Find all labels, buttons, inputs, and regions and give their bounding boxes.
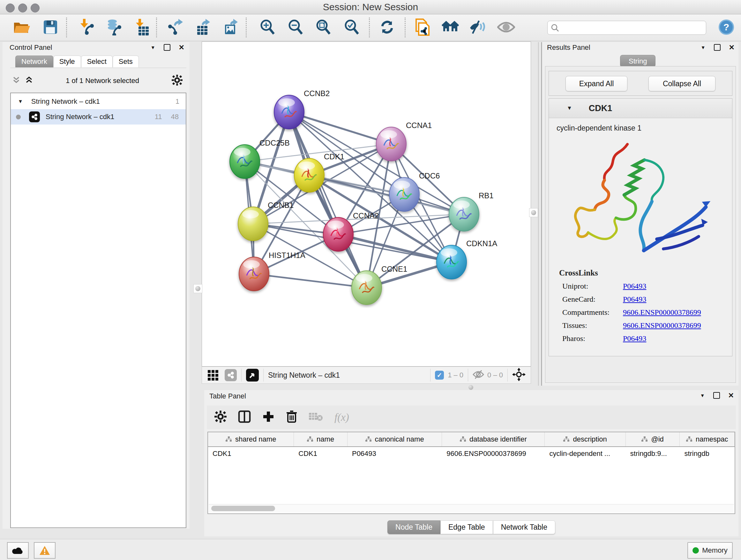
export-image-icon[interactable] [224, 19, 239, 37]
network-edge[interactable] [254, 274, 367, 288]
control-panel-float-icon[interactable] [164, 44, 171, 51]
results-panel-collapse-icon[interactable]: ▼ [701, 45, 705, 50]
network-options-gear-icon[interactable] [172, 75, 183, 87]
create-column-plus-icon[interactable] [262, 411, 274, 424]
tab-network-table[interactable]: Network Table [493, 520, 555, 534]
window-zoom-button[interactable] [30, 3, 40, 12]
hide-graphics-details-icon[interactable] [469, 19, 486, 36]
divider-handle-left[interactable] [193, 284, 202, 293]
string-view-icon[interactable] [225, 369, 237, 381]
export-table-icon[interactable] [196, 19, 211, 37]
control-panel-close-icon[interactable]: ✕ [179, 45, 185, 50]
show-columns-icon[interactable] [238, 410, 251, 424]
column-header-canonical-name[interactable]: canonical name [347, 432, 442, 446]
tree-expand-icon[interactable]: ▼ [18, 99, 23, 105]
table-cell[interactable]: stringdb [680, 447, 735, 460]
network-edge[interactable] [289, 112, 367, 288]
crosslink-link[interactable]: P06493 [623, 295, 646, 304]
export-network-icon[interactable] [167, 19, 183, 37]
refresh-icon[interactable] [380, 20, 394, 36]
window-close-button[interactable] [6, 3, 15, 12]
network-node-cdk1[interactable]: CDK1 [294, 152, 344, 192]
grid-view-icon[interactable] [208, 370, 218, 381]
birds-eye-view-icon[interactable] [246, 369, 259, 381]
network-node-cdkn1a[interactable]: CDKN1A [436, 239, 497, 279]
table-cell[interactable]: CDK1 [294, 447, 347, 460]
divider-handle-right[interactable] [529, 208, 538, 217]
table-row[interactable]: CDK1CDK1P064939606.ENSP00000378699cyclin… [208, 447, 735, 460]
gene-collapse-icon[interactable]: ▼ [567, 105, 572, 111]
zoom-in-icon[interactable] [260, 19, 275, 37]
column-header-description[interactable]: description [545, 432, 625, 446]
table-panel-close-icon[interactable]: ✕ [728, 393, 734, 398]
window-minimize-button[interactable] [18, 3, 27, 12]
import-network-icon[interactable] [79, 19, 94, 37]
gene-entry-header[interactable]: ▼ CDK1 [549, 99, 732, 118]
tab-network[interactable]: Network [15, 56, 53, 67]
divider-handle-horizontal[interactable] [468, 385, 473, 390]
network-node-ccne1[interactable]: CCNE1 [352, 265, 407, 305]
table-cell[interactable]: CDK1 [208, 447, 294, 460]
column-header--id[interactable]: @id [626, 432, 680, 446]
import-database-icon[interactable] [105, 19, 121, 37]
search-field[interactable] [547, 21, 706, 35]
column-header-name[interactable]: name [294, 432, 347, 446]
column-header-shared-name[interactable]: shared name [208, 432, 294, 446]
table-cell[interactable]: cyclin-dependent ... [545, 447, 625, 460]
results-panel-float-icon[interactable] [714, 44, 721, 51]
open-session-icon[interactable] [13, 20, 30, 36]
results-panel-close-icon[interactable]: ✕ [729, 45, 735, 50]
crosslink-link[interactable]: P06493 [623, 282, 646, 291]
scrollbar-thumb[interactable] [211, 506, 275, 511]
column-header-database-identifier[interactable]: database identifier [442, 432, 545, 446]
zoom-fit-icon[interactable] [316, 19, 331, 37]
delete-column-trash-icon[interactable] [286, 410, 297, 424]
network-row[interactable]: String Network – cdk1 11 48 [11, 109, 186, 125]
tab-edge-table[interactable]: Edge Table [441, 520, 493, 534]
fit-content-crosshair-icon[interactable] [512, 368, 526, 382]
crosslink-link[interactable]: 9606.ENSP00000378699 [623, 321, 701, 330]
tab-string[interactable]: String [620, 55, 656, 67]
import-table-icon[interactable] [136, 19, 149, 37]
table-panel-float-icon[interactable] [713, 392, 720, 399]
table-horizontal-scrollbar[interactable] [209, 504, 734, 513]
table-cell[interactable]: P06493 [347, 447, 442, 460]
tab-style[interactable]: Style [53, 56, 81, 67]
control-panel-collapse-icon[interactable]: ▼ [151, 45, 155, 50]
expand-all-networks-icon[interactable] [12, 76, 20, 85]
network-node-hist1h1a[interactable]: HIST1H1A [239, 251, 306, 291]
network-canvas[interactable]: CCNB2CCNA1CDC25BCDK1CDC6RB1CCNB1CCNA2CDK… [202, 42, 531, 367]
column-header-namespac[interactable]: namespac [680, 432, 735, 446]
table-panel-collapse-icon[interactable]: ▼ [700, 393, 705, 398]
save-session-icon[interactable] [44, 20, 57, 36]
annotations-icon[interactable] [415, 18, 429, 37]
show-graphics-details-icon[interactable] [497, 21, 515, 35]
collapse-all-networks-icon[interactable] [25, 76, 33, 85]
tab-sets[interactable]: Sets [113, 56, 139, 67]
search-input[interactable] [559, 23, 706, 32]
help-icon[interactable]: ? [718, 19, 734, 37]
expand-all-button[interactable]: Expand All [565, 76, 627, 91]
network-node-rb1[interactable]: RB1 [449, 191, 494, 231]
crosslink-link[interactable]: 9606.ENSP00000378699 [623, 308, 701, 317]
tab-node-table[interactable]: Node Table [387, 520, 441, 534]
home-layout-icon[interactable] [442, 20, 459, 35]
network-edge[interactable] [289, 112, 391, 144]
collapse-all-button[interactable]: Collapse All [649, 76, 716, 91]
crosslink-link[interactable]: P06493 [623, 334, 646, 343]
tab-select[interactable]: Select [81, 56, 113, 67]
network-node-ccna1[interactable]: CCNA1 [376, 121, 432, 161]
memory-button[interactable]: Memory [687, 542, 733, 559]
selected-nodes-checkbox[interactable]: ✓ [435, 371, 444, 380]
cloud-status-button[interactable] [7, 542, 29, 559]
table-cell[interactable]: stringdb:9... [626, 447, 680, 460]
zoom-selected-icon[interactable] [344, 19, 359, 37]
hidden-elements-icon[interactable] [473, 370, 484, 381]
network-node-ccnb1[interactable]: CCNB1 [238, 201, 293, 241]
warnings-button[interactable] [34, 542, 56, 559]
network-collection-row[interactable]: ▼ String Network – cdk1 1 [11, 94, 186, 109]
table-cell[interactable]: 9606.ENSP00000378699 [442, 447, 545, 460]
panel-divider-vertical[interactable] [538, 42, 542, 386]
zoom-out-icon[interactable] [288, 19, 303, 37]
table-settings-gear-icon[interactable] [214, 411, 226, 424]
